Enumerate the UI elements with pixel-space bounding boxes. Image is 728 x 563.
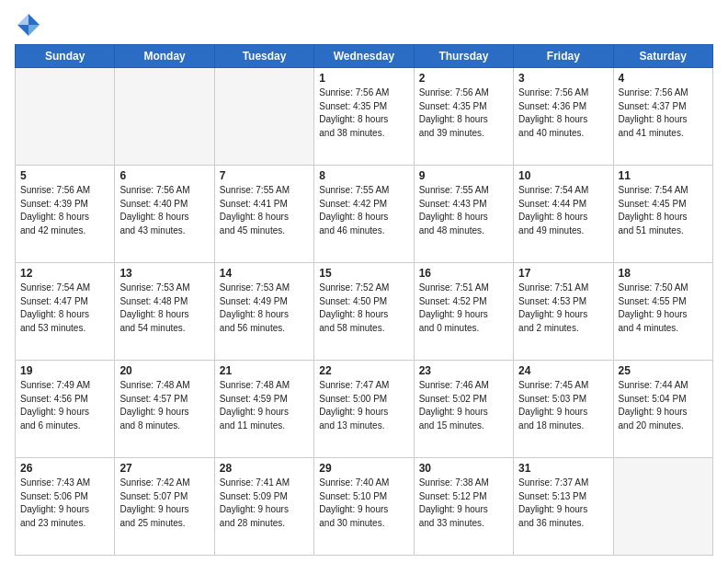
day-number: 22 (319, 364, 408, 377)
day-number: 21 (220, 364, 309, 377)
calendar-cell: 8Sunrise: 7:55 AM Sunset: 4:42 PM Daylig… (314, 166, 414, 263)
day-info: Sunrise: 7:40 AM Sunset: 5:10 PM Dayligh… (319, 477, 408, 530)
day-number: 24 (518, 364, 608, 377)
day-info: Sunrise: 7:53 AM Sunset: 4:49 PM Dayligh… (220, 282, 309, 335)
calendar-cell: 31Sunrise: 7:37 AM Sunset: 5:13 PM Dayli… (514, 458, 613, 556)
day-number: 14 (220, 267, 309, 280)
calendar-header-friday: Friday (514, 45, 613, 68)
header (15, 11, 713, 39)
day-number: 11 (619, 169, 708, 182)
calendar-week-4: 19Sunrise: 7:49 AM Sunset: 4:56 PM Dayli… (16, 361, 713, 458)
day-number: 1 (319, 72, 408, 85)
calendar-cell: 2Sunrise: 7:56 AM Sunset: 4:35 PM Daylig… (414, 68, 513, 166)
calendar-cell: 4Sunrise: 7:56 AM Sunset: 4:37 PM Daylig… (613, 68, 712, 166)
calendar-week-2: 5Sunrise: 7:56 AM Sunset: 4:39 PM Daylig… (16, 166, 713, 263)
calendar-cell: 17Sunrise: 7:51 AM Sunset: 4:53 PM Dayli… (514, 263, 613, 361)
calendar-cell: 21Sunrise: 7:48 AM Sunset: 4:59 PM Dayli… (214, 361, 313, 458)
day-info: Sunrise: 7:55 AM Sunset: 4:41 PM Dayligh… (220, 184, 309, 237)
calendar-header-row: SundayMondayTuesdayWednesdayThursdayFrid… (16, 45, 713, 68)
day-info: Sunrise: 7:56 AM Sunset: 4:35 PM Dayligh… (419, 86, 508, 140)
calendar-cell: 1Sunrise: 7:56 AM Sunset: 4:35 PM Daylig… (314, 68, 414, 166)
day-number: 25 (619, 364, 708, 377)
day-info: Sunrise: 7:42 AM Sunset: 5:07 PM Dayligh… (119, 477, 209, 530)
day-info: Sunrise: 7:56 AM Sunset: 4:40 PM Dayligh… (119, 184, 209, 237)
calendar-cell: 15Sunrise: 7:52 AM Sunset: 4:50 PM Dayli… (314, 263, 414, 361)
day-info: Sunrise: 7:37 AM Sunset: 5:13 PM Dayligh… (518, 477, 608, 530)
day-info: Sunrise: 7:44 AM Sunset: 5:04 PM Dayligh… (619, 379, 708, 432)
day-number: 20 (119, 364, 209, 377)
calendar-cell: 10Sunrise: 7:54 AM Sunset: 4:44 PM Dayli… (514, 166, 613, 263)
day-number: 30 (419, 462, 508, 475)
calendar-week-1: 1Sunrise: 7:56 AM Sunset: 4:35 PM Daylig… (16, 68, 713, 166)
calendar-cell (16, 68, 115, 166)
svg-marker-1 (17, 14, 28, 25)
day-info: Sunrise: 7:50 AM Sunset: 4:55 PM Dayligh… (619, 282, 708, 335)
calendar-cell (115, 68, 214, 166)
day-info: Sunrise: 7:56 AM Sunset: 4:35 PM Dayligh… (319, 86, 408, 140)
calendar-week-5: 26Sunrise: 7:43 AM Sunset: 5:06 PM Dayli… (16, 458, 713, 556)
day-info: Sunrise: 7:48 AM Sunset: 4:59 PM Dayligh… (220, 379, 309, 432)
day-number: 3 (518, 72, 608, 85)
logo (15, 11, 46, 39)
calendar-header-saturday: Saturday (613, 45, 712, 68)
day-number: 23 (419, 364, 508, 377)
calendar-cell: 11Sunrise: 7:54 AM Sunset: 4:45 PM Dayli… (613, 166, 712, 263)
day-number: 8 (319, 169, 408, 182)
day-number: 12 (20, 267, 109, 280)
day-info: Sunrise: 7:47 AM Sunset: 5:00 PM Dayligh… (319, 379, 408, 432)
calendar-cell: 24Sunrise: 7:45 AM Sunset: 5:03 PM Dayli… (514, 361, 613, 458)
calendar-cell: 27Sunrise: 7:42 AM Sunset: 5:07 PM Dayli… (115, 458, 214, 556)
calendar-cell: 29Sunrise: 7:40 AM Sunset: 5:10 PM Dayli… (314, 458, 414, 556)
calendar-cell: 6Sunrise: 7:56 AM Sunset: 4:40 PM Daylig… (115, 166, 214, 263)
calendar-cell: 25Sunrise: 7:44 AM Sunset: 5:04 PM Dayli… (613, 361, 712, 458)
calendar-header-wednesday: Wednesday (314, 45, 414, 68)
day-number: 2 (419, 72, 508, 85)
calendar-cell: 26Sunrise: 7:43 AM Sunset: 5:06 PM Dayli… (16, 458, 115, 556)
calendar-table: SundayMondayTuesdayWednesdayThursdayFrid… (15, 44, 713, 556)
svg-marker-0 (28, 14, 40, 25)
calendar-cell: 12Sunrise: 7:54 AM Sunset: 4:47 PM Dayli… (16, 263, 115, 361)
day-number: 16 (419, 267, 508, 280)
svg-marker-3 (28, 25, 40, 36)
day-number: 6 (119, 169, 209, 182)
day-number: 10 (518, 169, 608, 182)
calendar-cell: 14Sunrise: 7:53 AM Sunset: 4:49 PM Dayli… (214, 263, 313, 361)
day-number: 19 (20, 364, 109, 377)
page: SundayMondayTuesdayWednesdayThursdayFrid… (0, 0, 728, 563)
calendar-cell: 18Sunrise: 7:50 AM Sunset: 4:55 PM Dayli… (613, 263, 712, 361)
calendar-cell: 23Sunrise: 7:46 AM Sunset: 5:02 PM Dayli… (414, 361, 513, 458)
day-number: 28 (220, 462, 309, 475)
day-info: Sunrise: 7:55 AM Sunset: 4:42 PM Dayligh… (319, 184, 408, 237)
day-info: Sunrise: 7:53 AM Sunset: 4:48 PM Dayligh… (119, 282, 209, 335)
calendar-cell: 13Sunrise: 7:53 AM Sunset: 4:48 PM Dayli… (115, 263, 214, 361)
day-number: 27 (119, 462, 209, 475)
day-info: Sunrise: 7:45 AM Sunset: 5:03 PM Dayligh… (518, 379, 608, 432)
day-number: 13 (119, 267, 209, 280)
day-number: 31 (518, 462, 608, 475)
calendar-cell (214, 68, 313, 166)
day-number: 4 (619, 72, 708, 85)
svg-marker-2 (17, 25, 28, 36)
day-info: Sunrise: 7:56 AM Sunset: 4:37 PM Dayligh… (619, 86, 708, 140)
calendar-header-sunday: Sunday (16, 45, 115, 68)
day-info: Sunrise: 7:54 AM Sunset: 4:47 PM Dayligh… (20, 282, 109, 335)
day-info: Sunrise: 7:56 AM Sunset: 4:36 PM Dayligh… (518, 86, 608, 140)
calendar-cell: 16Sunrise: 7:51 AM Sunset: 4:52 PM Dayli… (414, 263, 513, 361)
calendar-cell: 30Sunrise: 7:38 AM Sunset: 5:12 PM Dayli… (414, 458, 513, 556)
logo-icon (15, 11, 42, 39)
calendar-week-3: 12Sunrise: 7:54 AM Sunset: 4:47 PM Dayli… (16, 263, 713, 361)
calendar-header-thursday: Thursday (414, 45, 513, 68)
day-info: Sunrise: 7:43 AM Sunset: 5:06 PM Dayligh… (20, 477, 109, 530)
calendar-cell: 5Sunrise: 7:56 AM Sunset: 4:39 PM Daylig… (16, 166, 115, 263)
day-number: 29 (319, 462, 408, 475)
calendar-cell (613, 458, 712, 556)
day-info: Sunrise: 7:38 AM Sunset: 5:12 PM Dayligh… (419, 477, 508, 530)
day-number: 15 (319, 267, 408, 280)
day-number: 5 (20, 169, 109, 182)
calendar-cell: 7Sunrise: 7:55 AM Sunset: 4:41 PM Daylig… (214, 166, 313, 263)
calendar-cell: 28Sunrise: 7:41 AM Sunset: 5:09 PM Dayli… (214, 458, 313, 556)
calendar-cell: 3Sunrise: 7:56 AM Sunset: 4:36 PM Daylig… (514, 68, 613, 166)
calendar-cell: 20Sunrise: 7:48 AM Sunset: 4:57 PM Dayli… (115, 361, 214, 458)
day-info: Sunrise: 7:51 AM Sunset: 4:52 PM Dayligh… (419, 282, 508, 335)
day-info: Sunrise: 7:41 AM Sunset: 5:09 PM Dayligh… (220, 477, 309, 530)
